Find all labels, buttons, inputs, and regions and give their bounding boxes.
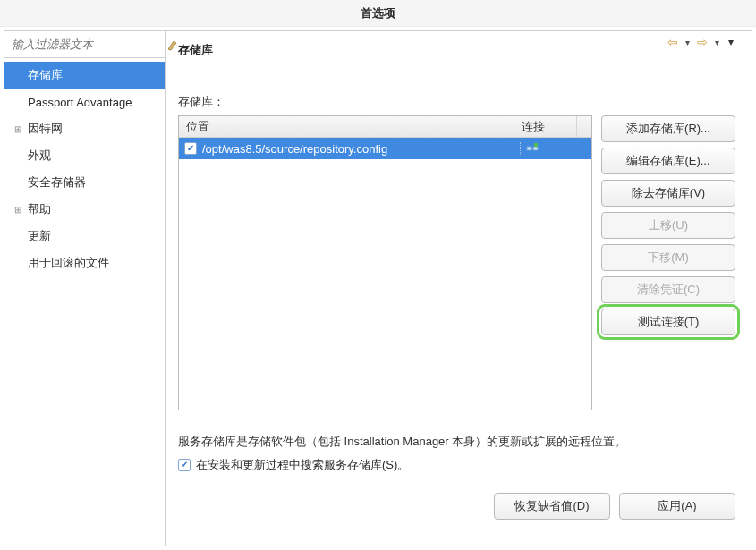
edit-repo-button[interactable]: 编辑存储库(E)... bbox=[601, 148, 735, 174]
restore-defaults-button[interactable]: 恢复缺省值(D) bbox=[494, 493, 610, 520]
move-up-button: 上移(U) bbox=[601, 212, 735, 239]
repo-table: 位置 连接 ✔ /opt/was8.5/source/repository.co… bbox=[178, 115, 592, 410]
sidebar: 存储库 Passport Advantage ⊞ 因特网 外观 安全存储器 bbox=[4, 31, 166, 546]
filter-row bbox=[4, 31, 165, 58]
content-nav: ⇦ ▾ ⇨ ▾ ▾ bbox=[666, 35, 737, 49]
sidebar-item-secure-storage[interactable]: 安全存储器 bbox=[4, 169, 165, 196]
cell-location: ✔ /opt/was8.5/source/repository.config bbox=[179, 142, 520, 156]
sidebar-item-label: 用于回滚的文件 bbox=[24, 255, 109, 271]
svg-rect-1 bbox=[533, 147, 538, 150]
add-repo-button[interactable]: 添加存储库(R)... bbox=[601, 115, 735, 142]
column-header-connection[interactable]: 连接 bbox=[514, 116, 577, 137]
remove-repo-button[interactable]: 除去存储库(V) bbox=[601, 180, 735, 207]
sidebar-item-label: 安全存储器 bbox=[24, 174, 86, 190]
sidebar-item-label: 更新 bbox=[24, 228, 51, 244]
content-pane: ⇦ ▾ ⇨ ▾ ▾ 存储库 存储库： 位置 连接 bbox=[166, 31, 752, 546]
sidebar-item-internet[interactable]: ⊞ 因特网 bbox=[4, 115, 165, 142]
svg-rect-0 bbox=[527, 147, 531, 150]
nav-back-menu-icon[interactable]: ▾ bbox=[684, 38, 692, 47]
sidebar-item-label: 存储库 bbox=[24, 67, 63, 83]
sidebar-item-label: 因特网 bbox=[24, 121, 63, 137]
sidebar-item-appearance[interactable]: 外观 bbox=[4, 142, 165, 169]
row-checkbox[interactable]: ✔ bbox=[184, 142, 197, 155]
sidebar-item-label: 帮助 bbox=[24, 201, 51, 217]
expander-icon[interactable]: ⊞ bbox=[12, 124, 24, 134]
page-title: 存储库 bbox=[178, 42, 735, 58]
description-text: 服务存储库是存储软件包（包括 Installation Manager 本身）的… bbox=[178, 434, 735, 450]
column-header-location[interactable]: 位置 bbox=[179, 116, 514, 137]
clear-credentials-button: 清除凭证(C) bbox=[601, 276, 735, 303]
sidebar-item-repository[interactable]: 存储库 bbox=[4, 62, 165, 89]
nav-forward-menu-icon[interactable]: ▾ bbox=[713, 38, 721, 47]
apply-button[interactable]: 应用(A) bbox=[619, 493, 735, 520]
nav-back-icon[interactable]: ⇦ bbox=[666, 35, 680, 49]
search-service-repo-label: 在安装和更新过程中搜索服务存储库(S)。 bbox=[196, 457, 409, 473]
sidebar-item-passport[interactable]: Passport Advantage bbox=[4, 89, 165, 115]
nav-forward-icon[interactable]: ⇨ bbox=[695, 35, 709, 49]
repo-path: /opt/was8.5/source/repository.config bbox=[202, 142, 387, 156]
search-service-repo-row[interactable]: ✔ 在安装和更新过程中搜索服务存储库(S)。 bbox=[178, 457, 735, 473]
cell-connection bbox=[520, 142, 582, 155]
nav-tree: 存储库 Passport Advantage ⊞ 因特网 外观 安全存储器 bbox=[4, 58, 165, 280]
sidebar-item-rollback-files[interactable]: 用于回滚的文件 bbox=[4, 250, 165, 276]
footer-buttons: 恢复缺省值(D) 应用(A) bbox=[178, 493, 735, 520]
window-title: 首选项 bbox=[0, 0, 756, 27]
sidebar-item-help[interactable]: ⊞ 帮助 bbox=[4, 196, 165, 223]
svg-point-3 bbox=[534, 143, 538, 147]
sidebar-item-label: 外观 bbox=[24, 148, 51, 164]
repo-button-column: 添加存储库(R)... 编辑存储库(E)... 除去存储库(V) 上移(U) 下… bbox=[601, 115, 735, 410]
table-body: ✔ /opt/was8.5/source/repository.config bbox=[179, 138, 591, 410]
column-header-spacer bbox=[577, 116, 591, 137]
filter-input[interactable] bbox=[8, 36, 166, 53]
table-row[interactable]: ✔ /opt/was8.5/source/repository.config bbox=[179, 138, 591, 159]
view-menu-icon[interactable]: ▾ bbox=[725, 36, 737, 48]
expander-icon[interactable]: ⊞ bbox=[12, 205, 24, 215]
move-down-button: 下移(M) bbox=[601, 244, 735, 271]
repo-list-label: 存储库： bbox=[178, 94, 735, 110]
test-connection-button[interactable]: 测试连接(T) bbox=[601, 309, 735, 335]
table-header: 位置 连接 bbox=[179, 116, 591, 138]
search-service-repo-checkbox[interactable]: ✔ bbox=[178, 459, 191, 471]
sidebar-item-label: Passport Advantage bbox=[24, 96, 132, 109]
sidebar-item-update[interactable]: 更新 bbox=[4, 223, 165, 250]
connection-ok-icon bbox=[526, 142, 539, 155]
